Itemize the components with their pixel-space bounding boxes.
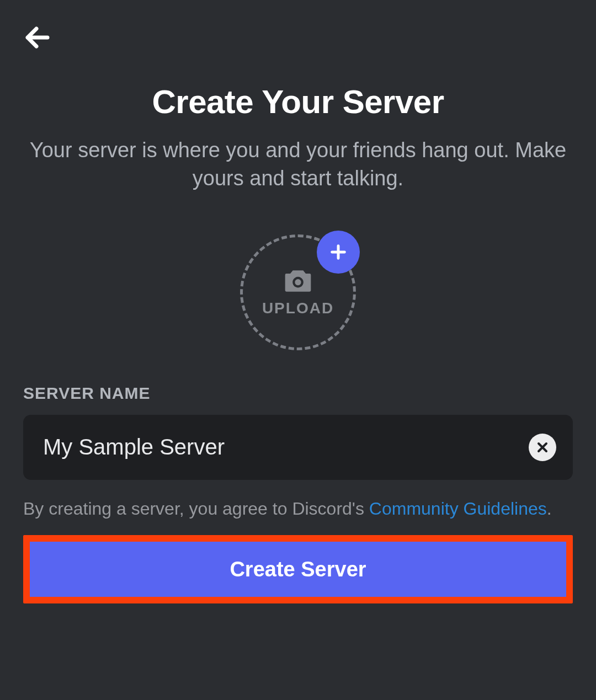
page-title: Create Your Server (23, 83, 573, 121)
community-guidelines-link[interactable]: Community Guidelines (369, 499, 547, 519)
upload-plus-badge (317, 231, 360, 274)
page-subtitle: Your server is where you and your friend… (23, 136, 573, 193)
plus-icon (329, 243, 348, 261)
create-server-button[interactable]: Create Server (30, 542, 566, 597)
server-name-row (23, 415, 573, 480)
disclaimer-prefix: By creating a server, you agree to Disco… (23, 499, 369, 519)
disclaimer-suffix: . (547, 499, 552, 519)
arrow-left-icon (24, 24, 51, 51)
close-icon (536, 441, 549, 454)
create-button-highlight: Create Server (23, 535, 573, 603)
camera-icon (283, 268, 313, 295)
server-name-input[interactable] (43, 435, 529, 459)
upload-avatar-button[interactable]: UPLOAD (237, 232, 359, 353)
disclaimer-text: By creating a server, you agree to Disco… (23, 496, 573, 521)
create-server-screen: Create Your Server Your server is where … (0, 0, 596, 700)
clear-input-button[interactable] (529, 434, 556, 461)
upload-label: UPLOAD (262, 300, 334, 317)
back-button[interactable] (21, 21, 54, 54)
server-name-label: SERVER NAME (23, 384, 573, 403)
